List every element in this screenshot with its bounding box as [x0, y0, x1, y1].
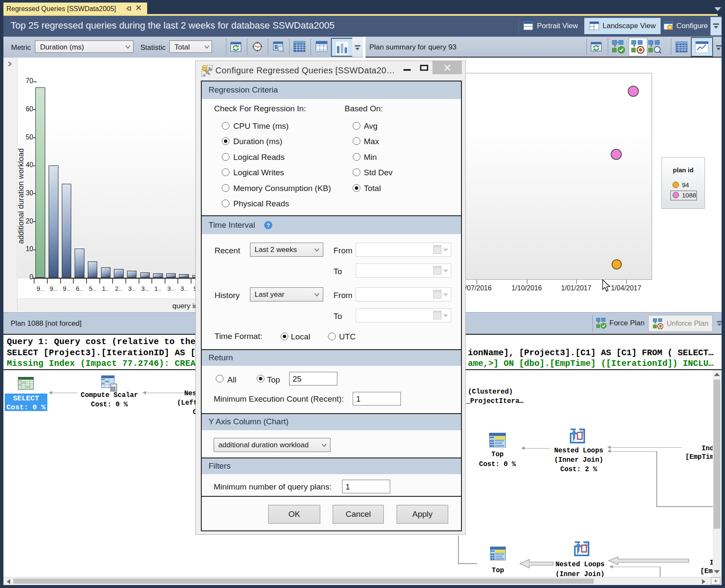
- svg-text:?: ?: [267, 222, 270, 229]
